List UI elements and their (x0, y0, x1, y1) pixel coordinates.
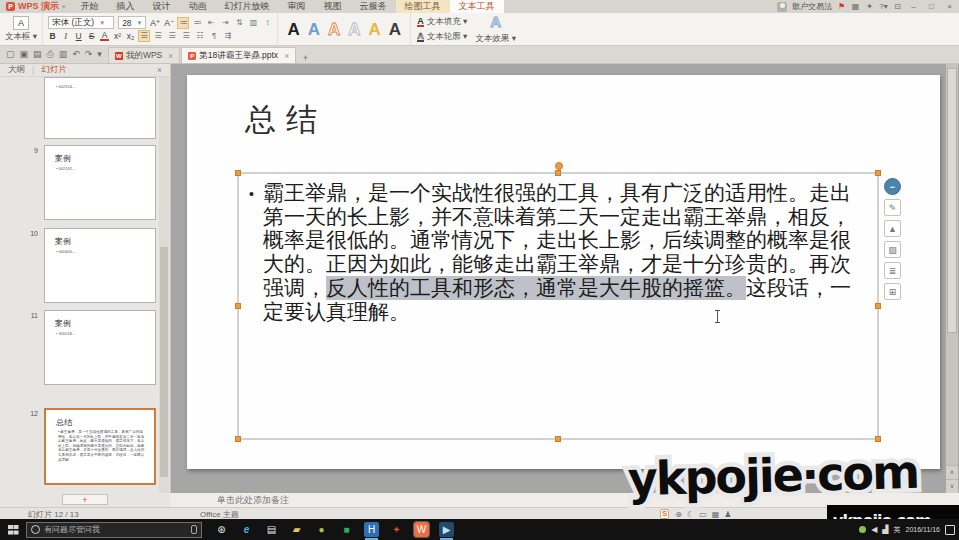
taskbar-app-blue-icon[interactable]: H (364, 522, 379, 537)
picture-fill-icon[interactable]: ▲ (884, 220, 901, 237)
increase-indent-icon[interactable]: ⇥ (220, 18, 230, 28)
menu-tab-5[interactable]: 审阅 (279, 0, 315, 13)
calendar-icon[interactable]: ▦ (851, 2, 860, 11)
canvas-scrollbar-thumb[interactable] (947, 68, 957, 333)
text-effects-button[interactable]: A 文本效果 ▾ (475, 13, 516, 45)
slide-thumbnail-11[interactable]: 案例• 300018… (44, 310, 156, 385)
subscript-button[interactable]: x₂ (126, 31, 135, 41)
slide-thumbnail-12[interactable]: 总结• 霸王举鼎，是一个实战性很强的工具，具有广泛的适用性。走出第一天的长上影，… (44, 408, 156, 485)
undo-icon[interactable]: ↶ (72, 49, 80, 59)
wordart-style-5[interactable]: A (389, 21, 401, 38)
superscript-button[interactable]: x² (113, 31, 122, 41)
quickbar-caret-icon[interactable]: ▾ (97, 49, 102, 59)
resize-handle-midright[interactable] (875, 303, 881, 309)
help-icon[interactable]: ?▾ (879, 2, 888, 11)
premium-icon[interactable]: ✦ (865, 2, 874, 11)
save-icon[interactable]: ▤ (33, 49, 42, 59)
bold-button[interactable]: B (48, 31, 57, 41)
italic-button[interactable]: I (61, 31, 70, 41)
sidebar-scrollbar[interactable] (159, 77, 169, 493)
announce-flag-icon[interactable]: ⚑ (837, 2, 846, 11)
rotate-handle[interactable] (555, 162, 563, 170)
crop-icon[interactable]: ▨ (884, 241, 901, 258)
taskbar-app-wps-icon[interactable]: W (414, 522, 429, 537)
slide-thumbnail-10[interactable]: 案例• 000400… (44, 228, 156, 303)
close-button[interactable]: × (943, 2, 956, 11)
taskbar-app-store-icon[interactable]: ▤ (264, 522, 279, 537)
taskbar-app-green-ball-icon[interactable]: ● (314, 522, 329, 537)
cortana-search-input[interactable]: 有问题尽管问我 (26, 522, 202, 538)
resize-handle-topright[interactable] (875, 170, 881, 176)
font-size-select[interactable]: 28▼ (118, 16, 146, 29)
bullets-icon[interactable]: ≔ (178, 18, 188, 28)
resize-handle-midleft[interactable] (235, 303, 241, 309)
user-name[interactable]: 散户交易法 (792, 1, 832, 12)
taskbar-app-explorer-icon[interactable]: ▰ (289, 522, 304, 537)
distribute-icon[interactable]: ☷ (195, 31, 205, 41)
new-document-tab-button[interactable]: + (297, 53, 314, 63)
paragraph-icon[interactable]: ¶ (209, 31, 219, 41)
slide-thumbnail-partial[interactable]: • 002154… (44, 77, 156, 139)
panel-close-icon[interactable]: × (157, 65, 162, 75)
document-tab-0[interactable]: W我的WPS× (108, 47, 180, 63)
document-tab-1[interactable]: P第18讲霸王举鼎.pptx× (181, 47, 296, 63)
decrease-indent-icon[interactable]: ⇤ (206, 18, 216, 28)
textbox-button[interactable]: A 文本框 ▾ (0, 13, 43, 45)
menu-tab-8[interactable]: 绘图工具 (396, 0, 450, 13)
slide-sorter-icon[interactable]: ▦ (712, 510, 720, 519)
menu-tab-9[interactable]: 文本工具 (450, 0, 504, 13)
selected-textbox[interactable]: • 霸王举鼎，是一个实战性很强的工具，具有广泛的适用性。走出第一天的长上影，并不… (237, 172, 879, 440)
app-logo[interactable]: P WPS 演示 ▾ (0, 0, 72, 13)
tab-close-icon[interactable]: × (168, 51, 173, 61)
slide-title[interactable]: 总结 (245, 99, 327, 141)
resize-handle-topmid[interactable] (555, 170, 561, 176)
slide-thumbnail-9[interactable]: 案例• 002192… (44, 145, 156, 220)
start-button[interactable] (0, 525, 26, 535)
slides-tab[interactable]: 幻灯片 (41, 64, 67, 76)
columns-icon[interactable]: ▥ (248, 18, 258, 28)
menu-tab-0[interactable]: 开始 (72, 0, 108, 13)
edit-shape-icon[interactable]: ✎ (884, 199, 901, 216)
menu-tab-7[interactable]: 云服务 (351, 0, 396, 13)
underline-button[interactable]: U (74, 31, 83, 41)
wps-play-icon[interactable]: S (660, 509, 669, 519)
ime-indicator[interactable]: 英 (893, 525, 900, 535)
font-color-button[interactable]: A (100, 31, 109, 41)
resize-handle-bottomright[interactable] (875, 436, 881, 442)
font-name-select[interactable]: 宋体 (正文)▼ (48, 16, 114, 29)
taskbar-app-edge-icon[interactable]: e (239, 522, 254, 537)
canvas-scrollbar[interactable]: ∧ ∨ (946, 63, 958, 493)
normal-view-icon[interactable]: ▭ (699, 510, 707, 519)
align-grid-icon[interactable]: ⊞ (884, 283, 901, 300)
redo-icon[interactable]: ↷ (85, 49, 93, 59)
wordart-style-2[interactable]: A (328, 21, 340, 38)
resize-handle-topleft[interactable] (235, 170, 241, 176)
sidebar-scrollbar-thumb[interactable] (160, 247, 168, 477)
user-avatar[interactable] (777, 2, 787, 12)
line-spacing-icon[interactable]: ↕ (262, 18, 272, 28)
print-icon[interactable]: ⎙ (47, 49, 54, 60)
collapse-toolbar-icon[interactable]: − (884, 178, 901, 195)
export-icon[interactable]: ▥ (59, 49, 68, 59)
tray-shield-icon[interactable] (859, 526, 866, 533)
wordart-style-3[interactable]: A (348, 21, 360, 38)
toolbar-toggle-icon[interactable]: ⊡ (893, 2, 902, 11)
tray-speaker-icon[interactable]: ◀ (871, 525, 877, 534)
shrink-font-button[interactable]: A⁻ (164, 18, 174, 28)
grow-font-button[interactable]: A⁺ (150, 18, 160, 28)
text-outline-button[interactable]: A 文本轮廓 ▾ (417, 31, 467, 43)
strikethrough-button[interactable]: S (87, 31, 96, 41)
align-left-icon[interactable]: ☰ (139, 31, 149, 41)
taskbar-app-red-icon[interactable]: ✦ (389, 522, 404, 537)
restore-button[interactable]: □ (925, 2, 938, 11)
resize-handle-bottommid[interactable] (555, 436, 561, 442)
wordart-style-4[interactable]: A (369, 21, 381, 38)
new-file-icon[interactable]: ▢ (6, 49, 15, 59)
menu-tab-2[interactable]: 设计 (144, 0, 180, 13)
previous-slide-button[interactable]: ∧ (946, 465, 958, 479)
resize-handle-bottomleft[interactable] (235, 436, 241, 442)
taskbar-app-pinwheel-icon[interactable]: ⊛ (214, 522, 229, 537)
wordart-style-1[interactable]: A (308, 21, 320, 38)
notes-bar[interactable]: 单击此处添加备注 (170, 493, 959, 508)
fit-view-icon[interactable]: ⊕ (675, 510, 682, 519)
